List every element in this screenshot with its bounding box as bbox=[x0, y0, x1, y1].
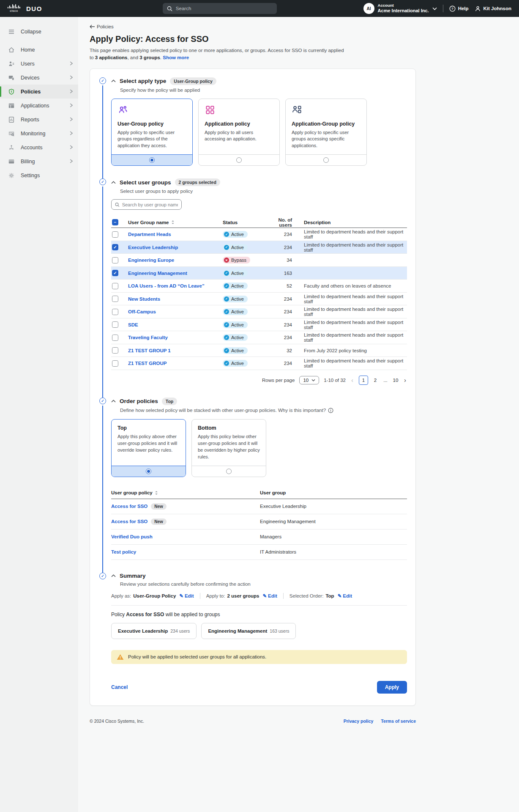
option-order-top[interactable]: Top Apply this policy above other user-g… bbox=[111, 419, 186, 477]
cancel-button[interactable]: Cancel bbox=[111, 684, 128, 690]
page-button[interactable]: 1 bbox=[359, 376, 368, 385]
collapse-section-icon[interactable] bbox=[111, 574, 116, 577]
footer-link[interactable]: Privacy policy bbox=[344, 719, 374, 724]
policy-link[interactable]: Verified Duo push bbox=[111, 534, 153, 539]
column-header-policy[interactable]: User group policy bbox=[111, 490, 153, 495]
global-search[interactable] bbox=[163, 3, 277, 14]
user-group-row[interactable]: Z1 TEST GROUP 1 Active 32 From July 2022… bbox=[111, 344, 407, 357]
breadcrumb[interactable]: Policies bbox=[90, 24, 114, 29]
sidebar-item-devices[interactable]: Devices bbox=[0, 71, 78, 85]
sidebar-item-monitoring[interactable]: Monitoring bbox=[0, 126, 78, 140]
edit-link[interactable]: ✎Edit bbox=[262, 593, 277, 599]
row-checkbox[interactable] bbox=[112, 283, 118, 289]
rows-per-page-select[interactable]: 10 bbox=[299, 376, 319, 384]
user-group-link[interactable]: Off-Campus bbox=[128, 309, 223, 314]
row-checkbox[interactable] bbox=[112, 347, 118, 354]
user-group-link[interactable]: Department Heads bbox=[128, 232, 223, 237]
radio-unselected[interactable] bbox=[236, 157, 242, 163]
option-radio-area[interactable] bbox=[192, 466, 266, 477]
row-checkbox[interactable] bbox=[112, 335, 118, 341]
row-checkbox[interactable] bbox=[112, 231, 118, 238]
user-group-row[interactable]: Department Heads Active 234 Limited to d… bbox=[111, 228, 407, 241]
user-group-link[interactable]: Executive Leadership bbox=[128, 245, 223, 250]
option-application-group-policy[interactable]: Application-Group policy Apply policy to… bbox=[285, 99, 367, 166]
user-group-row[interactable]: Engineering Europe Bypass 34 bbox=[111, 254, 407, 267]
row-checkbox[interactable] bbox=[112, 296, 118, 302]
info-icon[interactable] bbox=[328, 408, 333, 413]
collapse-section-icon[interactable] bbox=[111, 80, 116, 82]
show-more-link[interactable]: Show more bbox=[163, 55, 189, 60]
sidebar-item-billing[interactable]: Billing bbox=[0, 154, 78, 168]
edit-link[interactable]: ✎Edit bbox=[179, 593, 194, 599]
radio-unselected[interactable] bbox=[323, 157, 329, 163]
apply-button[interactable]: Apply bbox=[377, 681, 407, 694]
option-user-group-policy[interactable]: User-Group policy Apply policy to specif… bbox=[111, 99, 193, 166]
row-checkbox[interactable] bbox=[112, 321, 118, 328]
row-checkbox[interactable] bbox=[112, 257, 118, 263]
user-group-row[interactable]: SDE Active 234 Limited to department hea… bbox=[111, 318, 407, 332]
user-group-row[interactable]: Traveling Faculty Active 234 Limited to … bbox=[111, 331, 407, 344]
policy-link[interactable]: Access for SSO bbox=[111, 504, 148, 509]
user-group-row[interactable]: Z1 TEST GROUP Active 234 Limited to depa… bbox=[111, 357, 407, 370]
option-order-bottom[interactable]: Bottom Apply this policy below other use… bbox=[191, 419, 266, 477]
sidebar-item-users[interactable]: Users bbox=[0, 57, 78, 71]
option-radio-area[interactable] bbox=[112, 154, 192, 165]
user-group-row[interactable]: New Students Active 234 Limited to depar… bbox=[111, 293, 407, 306]
sidebar-item-policies[interactable]: Policies bbox=[0, 85, 78, 99]
account-switcher[interactable]: AI Account Acme International Inc. bbox=[363, 3, 437, 14]
radio-unselected[interactable] bbox=[226, 469, 232, 474]
user-group-row[interactable]: Off-Campus Active 234 Limited to departm… bbox=[111, 305, 407, 318]
collapse-section-icon[interactable] bbox=[111, 400, 116, 403]
row-checkbox[interactable] bbox=[112, 270, 118, 276]
previous-page-icon[interactable]: ‹ bbox=[350, 376, 354, 384]
next-page-icon[interactable]: › bbox=[403, 376, 407, 384]
sidebar-item-applications[interactable]: Applications bbox=[0, 99, 78, 112]
option-application-policy[interactable]: Application policy Apply policy to all u… bbox=[198, 99, 280, 166]
policy-row[interactable]: Access for SSO New Executive Leadership bbox=[111, 499, 407, 514]
collapse-section-icon[interactable] bbox=[111, 181, 116, 184]
sidebar-item-settings[interactable]: Settings bbox=[0, 168, 78, 182]
sort-icon[interactable] bbox=[155, 491, 158, 495]
user-menu[interactable]: Kit Johnson bbox=[475, 5, 511, 12]
column-header-name[interactable]: User Group name bbox=[128, 220, 169, 225]
user-group-row[interactable]: Engineering Management Active 163 bbox=[111, 267, 407, 280]
row-checkbox[interactable] bbox=[112, 360, 118, 367]
user-group-link[interactable]: Traveling Faculty bbox=[128, 335, 223, 340]
policy-row[interactable]: Verified Duo push Managers bbox=[111, 529, 407, 545]
user-group-link[interactable]: Z1 TEST GROUP bbox=[128, 361, 223, 366]
page-button[interactable]: 10 bbox=[393, 378, 399, 383]
row-checkbox[interactable] bbox=[112, 309, 118, 315]
option-radio-area[interactable] bbox=[112, 466, 186, 477]
edit-link[interactable]: ✎Edit bbox=[338, 593, 352, 599]
group-search-input[interactable] bbox=[122, 202, 178, 207]
user-group-row[interactable]: LOA Users - from AD “On Leave” Active 52… bbox=[111, 280, 407, 293]
group-search-box[interactable] bbox=[111, 199, 182, 210]
user-group-link[interactable]: Engineering Management bbox=[128, 271, 223, 276]
user-group-link[interactable]: LOA Users - from AD “On Leave” bbox=[128, 283, 223, 288]
sidebar-collapse[interactable]: Collapse bbox=[0, 25, 78, 38]
sidebar-item-accounts[interactable]: Accounts bbox=[0, 140, 78, 154]
option-radio-area[interactable] bbox=[199, 154, 279, 165]
user-group-link[interactable]: New Students bbox=[128, 296, 223, 302]
policy-link[interactable]: Test policy bbox=[111, 549, 136, 554]
radio-selected[interactable] bbox=[146, 469, 151, 474]
page-button[interactable]: 2 bbox=[372, 378, 378, 383]
policy-row[interactable]: Access for SSO New Engineering Managemen… bbox=[111, 514, 407, 529]
policy-row[interactable]: Test policy IT Administrators bbox=[111, 545, 407, 560]
radio-selected[interactable] bbox=[149, 157, 155, 163]
option-radio-area[interactable] bbox=[286, 154, 366, 165]
footer-link[interactable]: Terms of service bbox=[381, 719, 416, 724]
user-group-link[interactable]: Engineering Europe bbox=[128, 258, 223, 263]
policy-link[interactable]: Access for SSO bbox=[111, 519, 148, 524]
sort-icon[interactable] bbox=[171, 220, 175, 225]
row-checkbox[interactable] bbox=[112, 244, 118, 250]
page-button[interactable]: ... bbox=[382, 378, 388, 383]
user-group-link[interactable]: Z1 TEST GROUP 1 bbox=[128, 348, 223, 353]
sidebar-item-home[interactable]: Home bbox=[0, 43, 78, 57]
user-group-row[interactable]: Executive Leadership Active 234 Limited … bbox=[111, 241, 407, 254]
help-button[interactable]: ? Help bbox=[449, 5, 469, 12]
select-all-checkbox[interactable] bbox=[112, 219, 118, 225]
search-input[interactable] bbox=[176, 6, 273, 11]
user-group-link[interactable]: SDE bbox=[128, 322, 223, 327]
sidebar-item-reports[interactable]: Reports bbox=[0, 112, 78, 126]
